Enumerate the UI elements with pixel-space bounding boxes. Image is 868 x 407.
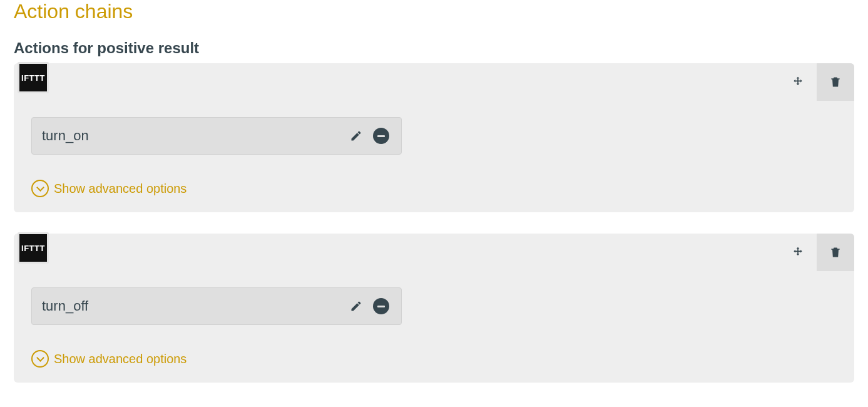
action-name-label: turn_on: [42, 128, 342, 144]
remove-button[interactable]: [370, 125, 392, 147]
advanced-label: Show advanced options: [54, 352, 186, 366]
service-badge: IFTTT: [18, 62, 49, 93]
action-card: IFTTT turn_on: [14, 63, 854, 212]
card-top-actions: [779, 63, 854, 101]
pencil-icon: [350, 130, 362, 142]
action-card: IFTTT turn_off: [14, 234, 854, 383]
delete-button[interactable]: [817, 234, 854, 271]
minus-circle-icon: [373, 128, 389, 144]
show-advanced-toggle[interactable]: Show advanced options: [31, 350, 854, 368]
chevron-down-icon: [31, 180, 49, 197]
remove-button[interactable]: [370, 295, 392, 317]
positive-section-title: Actions for positive result: [14, 39, 854, 57]
ifttt-icon: IFTTT: [19, 64, 47, 91]
ifttt-icon: IFTTT: [19, 234, 47, 262]
edit-button[interactable]: [345, 125, 367, 147]
action-name-label: turn_off: [42, 298, 342, 314]
show-advanced-toggle[interactable]: Show advanced options: [31, 180, 854, 197]
action-name-row: turn_on: [31, 117, 402, 155]
move-button[interactable]: [779, 234, 817, 271]
move-icon: [792, 246, 804, 259]
action-name-row: turn_off: [31, 287, 402, 325]
trash-icon: [829, 75, 842, 89]
minus-circle-icon: [373, 298, 389, 314]
edit-button[interactable]: [345, 295, 367, 317]
service-badge: IFTTT: [18, 232, 49, 264]
pencil-icon: [350, 300, 362, 312]
delete-button[interactable]: [817, 63, 854, 101]
advanced-label: Show advanced options: [54, 182, 186, 196]
move-icon: [792, 76, 804, 88]
move-button[interactable]: [779, 63, 817, 101]
chevron-down-icon: [31, 350, 49, 368]
trash-icon: [829, 245, 842, 259]
card-top-actions: [779, 234, 854, 271]
page-title: Action chains: [14, 0, 854, 23]
